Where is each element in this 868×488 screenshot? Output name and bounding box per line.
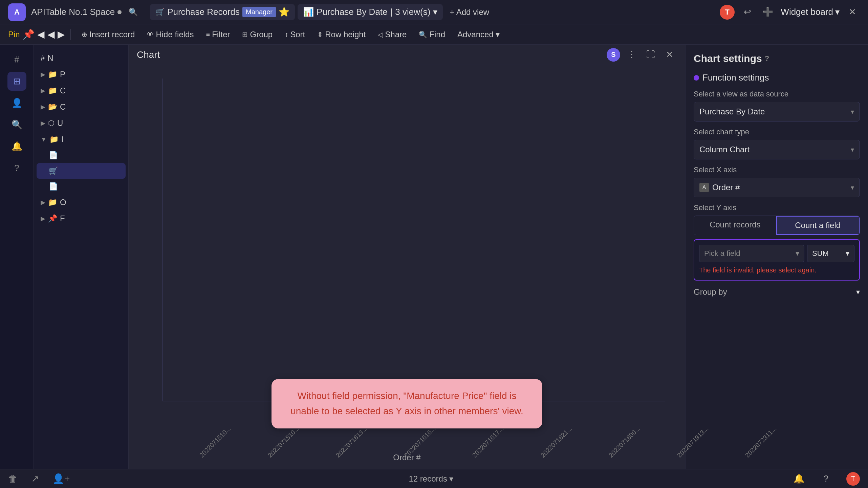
user-avatar: T	[720, 5, 735, 20]
chart-container: Chart S ⋮ ⛶ ✕ 2022071510... 2022071510..…	[129, 45, 685, 469]
sort-icon: ↕	[285, 30, 288, 38]
add-view-button[interactable]: + Add view	[446, 5, 493, 19]
group-by-row: Group by ▾	[694, 287, 860, 297]
chart-more-icon[interactable]: ⋮	[624, 47, 639, 62]
bottom-bar: 🗑 ↗ 👤+ 12 records ▾ 🔔 ? T	[0, 469, 868, 488]
pin-bar: Pin 📌 ◀ ◀ ▶	[8, 29, 71, 40]
search-button[interactable]: 🔍	[127, 6, 139, 18]
folder-icon: 📁	[48, 86, 57, 95]
cart-icon: 🛒	[49, 167, 58, 175]
star-icon[interactable]: ⭐	[279, 7, 289, 17]
list-item[interactable]: ▶ 📌 F	[37, 210, 126, 227]
sidebar-icon-grid[interactable]: ⊞	[7, 72, 26, 91]
y-axis-label: Select Y axis	[694, 203, 860, 212]
settings-title: Chart settings ?	[694, 53, 860, 64]
trash-icon[interactable]: 🗑	[8, 473, 18, 484]
chart-close-icon[interactable]: ✕	[662, 47, 677, 62]
list-item[interactable]: ▼ 📁 I	[37, 131, 126, 148]
hide-fields-button[interactable]: 👁 Hide fields	[143, 28, 198, 41]
pin-icon: 📌	[48, 214, 57, 223]
tab-emoji: 🛒	[155, 8, 165, 17]
group-button[interactable]: ⊞ Group	[238, 28, 277, 41]
sidebar-icon-users[interactable]: 👤	[7, 93, 26, 112]
chevron-right-icon: ▶	[41, 71, 45, 78]
field-selector-row: Pick a field ▾ SUM ▾	[699, 245, 854, 262]
list-item[interactable]: 📄	[37, 179, 126, 194]
view-icon: 📊	[303, 7, 314, 17]
sidebar-icon-explore[interactable]: 🔍	[7, 115, 26, 134]
list-item[interactable]: ▶ 📁 P	[37, 66, 126, 83]
list-item[interactable]: ▶ 📁 C	[37, 83, 126, 99]
sort-button[interactable]: ↕ Sort	[281, 28, 309, 41]
x-axis-value-container: A Order #	[699, 183, 740, 192]
chevron-right-icon: ▶	[41, 119, 45, 127]
toast-notification: Without field permission, "Manufacture P…	[272, 379, 542, 428]
nav-back-icon[interactable]: ◀	[47, 29, 55, 40]
row-height-button[interactable]: ⇕ Row height	[313, 28, 370, 41]
folder-icon: 📁	[49, 135, 59, 144]
x-axis-dropdown[interactable]: A Order # ▾	[694, 178, 860, 197]
chevron-down-icon: ▼	[41, 136, 47, 143]
list-item[interactable]: ▶ 📂 C	[37, 99, 126, 115]
sidebar-icon-hash[interactable]: #	[7, 50, 26, 69]
share-button[interactable]: ◁ Share	[374, 28, 411, 41]
list-item-active[interactable]: 🛒	[37, 163, 126, 179]
undo-button[interactable]: ↩	[740, 5, 755, 20]
chevron-down-icon: ▾	[851, 146, 854, 154]
sidebar-icon-help[interactable]: ?	[7, 158, 26, 177]
group-icon: ⊞	[242, 30, 248, 39]
notification-icon[interactable]: 🔔	[792, 472, 806, 486]
pin-label: Pin	[8, 30, 20, 39]
dot-indicator	[694, 75, 699, 81]
widget-board-selector[interactable]: Widget board ▾	[781, 7, 840, 17]
help-icon[interactable]: ?	[765, 54, 769, 63]
chart-type-dropdown[interactable]: Column Chart ▾	[694, 140, 860, 159]
share-icon[interactable]: ↗	[31, 473, 39, 484]
magnify-icon: 🔍	[419, 30, 427, 39]
folder-orange-icon: 📂	[48, 103, 57, 111]
chevron-down-icon[interactable]: ▾	[856, 288, 860, 296]
find-button[interactable]: 🔍 Find	[415, 28, 449, 41]
chevron-down-icon: ▾	[846, 249, 849, 258]
data-source-label: Select a view as data source	[694, 90, 860, 98]
nav-forward-icon[interactable]: ▶	[58, 29, 65, 40]
chevron-down-icon: ▾	[449, 474, 453, 484]
group-by-label: Group by	[694, 287, 727, 297]
sidebar: # ⊞ 👤 🔍 🔔 ?	[0, 45, 34, 469]
list-item[interactable]: ▶ 📁 O	[37, 194, 126, 210]
count-field-tab[interactable]: Count a field	[776, 216, 860, 235]
left-panel: # N ▶ 📁 P ▶ 📁 C ▶ 📂 C ▶ ⬡ U ▼ 📁 I	[34, 45, 129, 469]
user-add-icon[interactable]: 👤+	[52, 473, 70, 484]
data-source-dropdown[interactable]: Purchase By Date ▾	[694, 102, 860, 121]
x-label: 2022071510...	[175, 401, 233, 459]
close-button[interactable]: ✕	[845, 5, 860, 20]
list-item[interactable]: 📄	[37, 148, 126, 163]
chart-avatar: S	[607, 48, 620, 62]
x-label: 2022071600...	[584, 401, 642, 459]
list-item[interactable]: # N	[37, 50, 126, 66]
chevron-down-icon: ▾	[851, 183, 854, 192]
list-item[interactable]: ▶ ⬡ U	[37, 115, 126, 131]
pick-field-dropdown[interactable]: Pick a field ▾	[699, 245, 804, 262]
insert-record-button[interactable]: ⊕ Insert record	[78, 28, 139, 41]
chevron-down-icon: ▾	[835, 7, 840, 17]
function-settings-label: Function settings	[702, 72, 769, 83]
field-selector-box: Pick a field ▾ SUM ▾ The field is invali…	[694, 239, 860, 281]
chevron-right-icon: ▶	[41, 87, 45, 94]
count-records-tab[interactable]: Count records	[694, 216, 776, 235]
help-icon[interactable]: ?	[819, 472, 833, 486]
space-dot	[117, 10, 122, 14]
app-icon: A	[8, 3, 26, 21]
chart-fullscreen-icon[interactable]: ⛶	[643, 47, 658, 62]
add-button[interactable]: ➕	[760, 5, 775, 20]
sum-dropdown[interactable]: SUM ▾	[807, 245, 854, 262]
chart-type-label: Select chart type	[694, 128, 860, 136]
sidebar-icon-notifications[interactable]: 🔔	[7, 137, 26, 156]
purchase-records-tab[interactable]: 🛒 Purchase Records Manager ⭐	[150, 4, 295, 20]
view-selector[interactable]: 📊 Purchase By Date | 3 view(s) ▾	[298, 4, 443, 20]
collapse-icon[interactable]: ◀	[37, 29, 45, 40]
records-count[interactable]: 12 records ▾	[409, 474, 453, 484]
filter-button[interactable]: ≡ Filter	[202, 28, 234, 41]
advanced-button[interactable]: Advanced ▾	[453, 28, 504, 41]
tab-title: Purchase Records	[167, 7, 240, 17]
